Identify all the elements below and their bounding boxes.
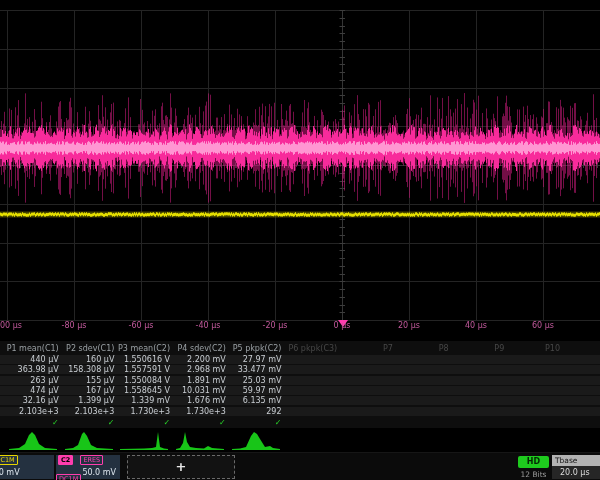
measurement-header-p9[interactable]: P9 [452, 344, 505, 353]
histicon-p2[interactable] [65, 430, 113, 450]
histicon-p1[interactable] [9, 430, 57, 450]
c2-scale: 50.0 mV [82, 468, 116, 477]
time-axis-label: -20 µs [263, 321, 288, 330]
measurement-cell: 1.891 mV [173, 376, 226, 385]
measurement-table: P1 mean(C1)P2 sdev(C1)P3 mean(C2)P4 sdev… [0, 341, 600, 428]
measurement-header-p11[interactable]: P11 [563, 344, 600, 353]
measurement-cell: 2.103e+3 [6, 407, 59, 416]
hd-bits-label: 12 Bits [510, 470, 557, 479]
hd-mode-badge[interactable]: HD [518, 456, 549, 468]
time-axis-label: 60 µs [532, 321, 554, 330]
measurement-cell: 155 µV [62, 376, 115, 385]
measurement-header-p1[interactable]: P1 mean(C1) [6, 344, 59, 353]
measurement-cell: 27.97 mV [229, 355, 282, 364]
measurement-status-check-icon: ✓ [62, 418, 115, 427]
measurement-cell: 25.03 mV [229, 376, 282, 385]
oscilloscope-screen: { "annotation_label": "UndoSines", "time… [0, 0, 600, 480]
measurement-cell: 263 µV [6, 376, 59, 385]
measurement-status-check-icon: ✓ [6, 418, 59, 427]
measurement-cell: 1.676 mV [173, 396, 226, 405]
measurement-header-p6[interactable]: P6 pkpk(C3) [285, 344, 338, 353]
channel-c1-descriptor[interactable]: C1 DC1M 50.0 mV [0, 455, 54, 479]
time-axis-label: -80 µs [62, 321, 87, 330]
measurement-header-p8[interactable]: P8 [396, 344, 449, 353]
measurement-cell: 2.103e+3 [62, 407, 115, 416]
add-trace-button[interactable]: + [127, 455, 235, 479]
measurement-header-p2[interactable]: P2 sdev(C1) [62, 344, 115, 353]
time-axis-label: -40 µs [196, 321, 221, 330]
measurement-cell: 1.558645 V [117, 386, 170, 395]
measurement-header-p4[interactable]: P4 sdev(C2) [173, 344, 226, 353]
measurement-cell: 1.730e+3 [117, 407, 170, 416]
measurement-cell: 1.730e+3 [173, 407, 226, 416]
time-axis-label: 20 µs [398, 321, 420, 330]
measurement-cell: 59.97 mV [229, 386, 282, 395]
histicon-p3[interactable] [120, 430, 168, 450]
measurement-cell: 1.399 µV [62, 396, 115, 405]
measurement-cell: 2.968 mV [173, 365, 226, 374]
measurement-cell: 10.031 mV [173, 386, 226, 395]
measurement-cell: 167 µV [62, 386, 115, 395]
measurement-cell: 440 µV [6, 355, 59, 364]
measurement-cell: 1.557591 V [117, 365, 170, 374]
measurement-cell: 1.550616 V [117, 355, 170, 364]
measurement-header-p7[interactable]: P7 [340, 344, 393, 353]
c2-coupling-badge: DC1M [56, 474, 81, 480]
time-axis-label: 40 µs [465, 321, 487, 330]
histicon-p4[interactable] [176, 430, 224, 450]
timebase-title: Tbase [552, 455, 600, 466]
channel-c2-descriptor[interactable]: C2 ERES DC1M 50.0 mV [56, 455, 120, 479]
waveform-display[interactable] [0, 0, 600, 340]
measurement-cell: 363.98 µV [6, 365, 59, 374]
measurement-histicons [0, 427, 600, 452]
measurement-cell: 2.200 mV [173, 355, 226, 364]
time-axis-label: 0 µs [334, 321, 351, 330]
measurement-status-check-icon: ✓ [229, 418, 282, 427]
measurement-cell: 1.550084 V [117, 376, 170, 385]
time-axis-label: -100 µs [0, 321, 22, 330]
measurement-cell: 1.339 mV [117, 396, 170, 405]
measurement-cell: 474 µV [6, 386, 59, 395]
measurement-cell: 292 [229, 407, 282, 416]
measurement-status-check-icon: ✓ [117, 418, 170, 427]
bottom-toolbar: C1 DC1M 50.0 mV C2 ERES DC1M 50.0 mV + H… [0, 452, 600, 480]
measurement-cell: 160 µV [62, 355, 115, 364]
measurement-status-check-icon: ✓ [173, 418, 226, 427]
timebase-descriptor[interactable]: Tbase 20.0 µs [552, 455, 600, 479]
measurement-header-p5[interactable]: P5 pkpk(C2) [229, 344, 282, 353]
time-axis: -100 µs-80 µs-60 µs-40 µs-20 µs0 µs20 µs… [0, 321, 600, 332]
measurement-header-p10[interactable]: P10 [507, 344, 560, 353]
measurement-cell: 158.308 µV [62, 365, 115, 374]
measurement-cell: 32.16 µV [6, 396, 59, 405]
measurement-header-p3[interactable]: P3 mean(C2) [117, 344, 170, 353]
time-axis-label: -60 µs [129, 321, 154, 330]
timebase-value: 20.0 µs [560, 468, 590, 477]
c1-coupling-badge: DC1M [0, 455, 18, 465]
histicon-p5[interactable] [232, 430, 280, 450]
measurement-cell: 6.135 mV [229, 396, 282, 405]
c2-label: C2 [58, 455, 73, 465]
c1-scale: 50.0 mV [0, 468, 20, 477]
c2-mode-badge: ERES [80, 455, 103, 465]
measurement-cell: 33.477 mV [229, 365, 282, 374]
